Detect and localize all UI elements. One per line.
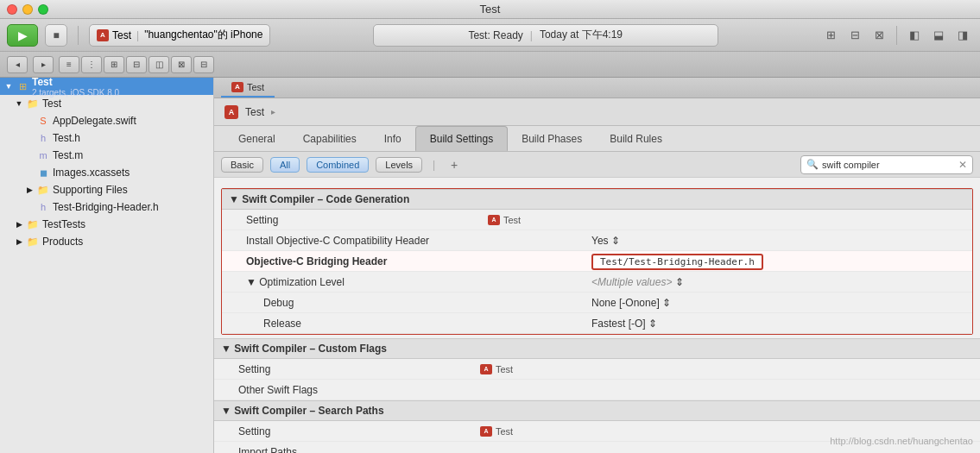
search-icon: 🔍 (806, 159, 819, 170)
row-target-1: A Test (488, 215, 591, 225)
row-debug-name: Debug (229, 297, 488, 309)
sidebar-item-bridging-header[interactable]: ▶ h Test-Bridging-Header.h (0, 198, 213, 216)
row-opt-name: ▼ Optimization Level (229, 276, 488, 288)
tab-test[interactable]: A Test (221, 78, 275, 98)
folder-icon-test: 📁 (26, 98, 40, 110)
tree-arrow-test: ▼ (14, 98, 24, 109)
scheme-selector[interactable]: A Test | "huangchentao"的 iPhone (89, 24, 270, 47)
stepper-debug[interactable]: ⇕ (662, 297, 671, 309)
assistant-toggle-button[interactable]: ⊠ (869, 26, 889, 45)
view-options: ≡ ⋮ ⊞ ⊟ ◫ ⊠ ⊟ (59, 56, 214, 73)
header-icon-1: h (36, 132, 50, 144)
forward-button[interactable]: ▸ (33, 56, 54, 73)
row-setting-1: Setting A Test (222, 210, 972, 230)
watermark: http://blog.csdn.net/huangchentao (830, 436, 973, 446)
filter-levels-button[interactable]: Levels (376, 157, 422, 173)
section-code-gen-header: ▼ Swift Compiler – Code Generation (222, 189, 972, 210)
row-value-debug: None [-Onone] ⇕ (591, 297, 965, 309)
sidebar-item-supporting[interactable]: ▶ 📁 Supporting Files (0, 181, 213, 198)
filter-basic-button[interactable]: Basic (221, 157, 263, 173)
sidebar-label-test-m: Test.m (53, 149, 83, 161)
sidebar-item-products[interactable]: ▶ 📁 Products (0, 233, 213, 250)
row-opt-level: ▼ Optimization Level <Multiple values> ⇕ (222, 272, 972, 293)
section-code-gen-title: ▼ Swift Compiler – Code Generation (229, 193, 409, 205)
section-custom-flags-header: ▼ Swift Compiler – Custom Flags (214, 338, 980, 359)
target-label-3: Test (496, 426, 513, 437)
tab-info[interactable]: Info (370, 126, 415, 151)
sidebar-item-appdelegate[interactable]: ▶ S AppDelegate.swift (0, 112, 213, 129)
tree-arrow-testtests: ▶ (14, 219, 24, 230)
stepper-opt[interactable]: ⇕ (675, 276, 684, 288)
column-view-button[interactable]: ⊟ (126, 56, 147, 73)
filter-combined-button[interactable]: Combined (307, 157, 369, 173)
icon-view-button[interactable]: ◫ (149, 56, 169, 73)
maximize-button[interactable] (38, 4, 48, 15)
tab-capabilities[interactable]: Capabilities (289, 126, 370, 151)
target-icon-1: A (488, 215, 500, 225)
navigator-toggle-button[interactable]: ⊞ (820, 26, 841, 45)
sidebar-item-test-group[interactable]: ▼ 📁 Test (0, 95, 213, 112)
sidebar-label-supporting: Supporting Files (53, 184, 128, 196)
sidebar-label-products: Products (42, 236, 83, 248)
folder-icon-testtests: 📁 (26, 218, 40, 230)
target-label-1: Test (503, 215, 521, 225)
row-setting-name-1: Setting (229, 214, 488, 226)
project-arrow: ▸ (271, 107, 275, 116)
traffic-lights[interactable] (7, 4, 48, 15)
sidebar-item-test-h[interactable]: ▶ h Test.h (0, 129, 213, 147)
stepper-release[interactable]: ⇕ (648, 318, 657, 330)
sidebar-item-test-m[interactable]: ▶ m Test.m (0, 147, 213, 164)
sidebar-label-appdelegate: AppDelegate.swift (53, 115, 136, 127)
list-view-button[interactable]: ≡ (59, 56, 79, 73)
debug-toggle-button[interactable]: ⊟ (844, 26, 865, 45)
section-search-paths-title: ▼ Swift Compiler – Search Paths (221, 405, 384, 417)
stop-button[interactable]: ■ (45, 24, 67, 47)
tab-bar: A Test (214, 78, 980, 98)
utilities-panel-button[interactable]: ◨ (952, 26, 973, 45)
filter-view-button[interactable]: ⊠ (171, 56, 192, 73)
sidebar-item-images[interactable]: ▶ ◼ Images.xcassets (0, 164, 213, 181)
tree-view-button[interactable]: ⋮ (81, 56, 102, 73)
project-icon: ⊞ (16, 80, 29, 92)
row-objc-compat: Install Objective-C Compatibility Header… (222, 230, 972, 251)
back-button[interactable]: ◂ (7, 56, 28, 73)
filter-all-button[interactable]: All (270, 157, 300, 173)
row-value-objc-compat: Yes ⇕ (591, 235, 965, 247)
toolbar-separator-1 (78, 26, 79, 45)
secondary-toolbar: ◂ ▸ ≡ ⋮ ⊞ ⊟ ◫ ⊠ ⊟ (0, 52, 980, 78)
section-search-paths-header: ▼ Swift Compiler – Search Paths (214, 400, 980, 421)
row-import-paths-name: Import Paths (221, 446, 480, 454)
row-setting-name-2: Setting (221, 363, 480, 375)
debug-panel-button[interactable]: ⬓ (928, 26, 949, 45)
row-value-release: Fastest [-O] ⇕ (591, 318, 965, 330)
settings-tabs: General Capabilities Info Build Settings… (214, 126, 980, 152)
row-release-name: Release (229, 318, 488, 330)
grid-view-button[interactable]: ⊞ (104, 56, 124, 73)
stop-icon: ■ (53, 29, 59, 41)
tab-build-phases[interactable]: Build Phases (508, 126, 596, 151)
search-clear-button[interactable]: ✕ (958, 159, 967, 171)
window-title: Test (480, 3, 501, 16)
tree-arrow-supporting: ▶ (24, 185, 35, 195)
hierarchy-button[interactable]: ⊟ (193, 56, 214, 73)
search-input[interactable] (822, 160, 955, 170)
toolbar-separator-2 (896, 26, 897, 45)
sidebar-label-test-h: Test.h (53, 132, 80, 144)
row-setting-2: Setting A Test (214, 359, 980, 380)
sidebar-item-project[interactable]: ▼ ⊞ Test 2 targets, iOS SDK 8.0 (0, 78, 213, 95)
bridging-header-value[interactable]: Test/Test-Bridging-Header.h (591, 254, 763, 270)
filter-plus-button[interactable]: + (446, 156, 463, 173)
sidebar-item-testtests[interactable]: ▶ 📁 TestTests (0, 216, 213, 233)
project-header: A Test ▸ (214, 98, 980, 126)
tab-build-rules[interactable]: Build Rules (596, 126, 676, 151)
stepper-yes[interactable]: ⇕ (611, 235, 620, 247)
close-button[interactable] (7, 4, 17, 15)
filter-pipe: | (433, 159, 435, 171)
minimize-button[interactable] (22, 4, 33, 15)
row-value-opt: <Multiple values> ⇕ (591, 276, 965, 288)
run-button[interactable]: ▶ (7, 24, 38, 47)
tab-build-settings[interactable]: Build Settings (415, 126, 508, 151)
search-box: 🔍 ✕ (800, 155, 973, 174)
navigator-panel-button[interactable]: ◧ (904, 26, 925, 45)
tab-general[interactable]: General (224, 126, 289, 151)
